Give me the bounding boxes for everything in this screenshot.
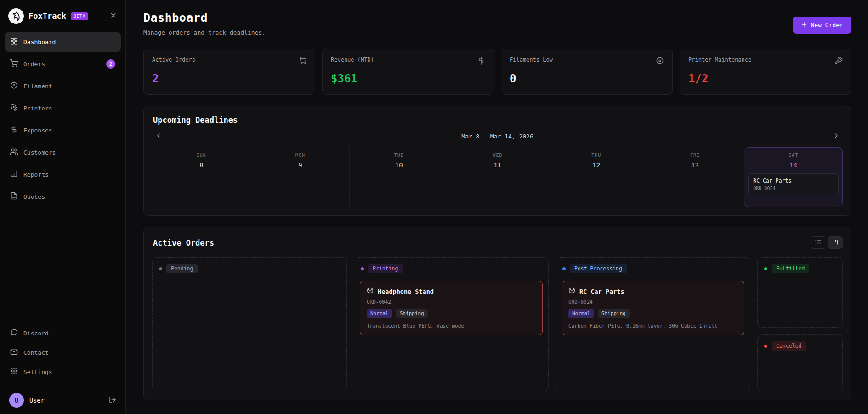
stat-value: $361 <box>331 72 485 85</box>
avatar: U <box>9 393 24 408</box>
kanban-view-icon <box>832 239 839 247</box>
plus-icon <box>801 21 807 29</box>
sidebar-item-orders[interactable]: Orders 2 <box>5 54 121 74</box>
day-of-week: THU <box>547 153 646 158</box>
stat-value: 2 <box>152 72 306 85</box>
cart-icon <box>10 59 18 69</box>
sidebar-item-expenses[interactable]: Expenses <box>5 121 121 140</box>
bar-chart-icon <box>10 170 18 179</box>
active-orders-header: Active Orders <box>152 236 843 249</box>
sidebar-item-printers[interactable]: Printers <box>5 98 121 118</box>
sidebar-close-button[interactable] <box>109 12 117 21</box>
order-title: RC Car Parts <box>579 288 624 295</box>
kanban-column-stack: Fulfilled Canceled <box>757 257 843 391</box>
sidebar-item-label: Printers <box>23 105 52 112</box>
sidebar-item-settings[interactable]: Settings <box>5 362 121 381</box>
sidebar-item-label: Dashboard <box>23 39 56 46</box>
sidebar-header: FoxTrack BETA <box>5 6 121 32</box>
prev-week-button[interactable] <box>155 132 162 141</box>
sidebar-item-filament[interactable]: Filament <box>5 76 121 96</box>
stat-value: 0 <box>510 72 664 85</box>
priority-badge: Normal <box>568 309 594 318</box>
user-name: User <box>29 397 45 404</box>
page-header: Dashboard Manage orders and track deadli… <box>143 11 851 36</box>
kanban-column-canceled: Canceled <box>757 334 843 391</box>
users-icon <box>10 148 18 157</box>
stat-label: Revenue (MTD) <box>331 57 374 63</box>
logout-button[interactable] <box>109 396 116 405</box>
sidebar: FoxTrack BETA Dashboard Orders 2 Filamen… <box>0 0 126 414</box>
next-week-button[interactable] <box>833 132 840 141</box>
column-status-canceled: Canceled <box>763 340 837 351</box>
status-dot <box>361 267 364 270</box>
kanban-column-post-processing: Post-Processing RC Car Parts ORD-0024 No… <box>556 257 750 391</box>
order-card-headphone-stand[interactable]: Headphone Stand ORD-0042 Normal Shipping… <box>360 281 543 335</box>
kanban-view-button[interactable] <box>828 236 843 249</box>
deadlines-title: Upcoming Deadlines <box>152 115 843 125</box>
day-number: 9 <box>251 161 350 169</box>
sidebar-item-label: Contact <box>23 349 49 356</box>
day-number: 8 <box>152 161 251 169</box>
foxtrack-logo <box>8 8 24 24</box>
sidebar-item-quotes[interactable]: Quotes <box>5 187 121 206</box>
filament-spool-icon <box>10 81 18 91</box>
sidebar-item-label: Expenses <box>23 127 52 134</box>
day-of-week: SUN <box>152 153 251 158</box>
sidebar-item-customers[interactable]: Customers <box>5 143 121 162</box>
sidebar-footer-nav: Discord Contact Settings U User <box>5 323 121 414</box>
upcoming-deadlines-panel: Upcoming Deadlines Mar 8 – Mar 14, 2026 … <box>143 106 851 216</box>
stat-card-filaments-low: Filaments Low 0 <box>501 49 673 95</box>
sidebar-item-label: Quotes <box>23 193 45 200</box>
order-title: Headphone Stand <box>378 288 434 295</box>
file-text-icon <box>10 192 18 201</box>
chevron-left-icon <box>155 132 162 141</box>
day-of-week: MON <box>251 153 350 158</box>
beta-badge: BETA <box>71 12 88 20</box>
sidebar-item-label: Discord <box>23 330 49 337</box>
status-pill: Printing <box>368 264 403 273</box>
day-number: 13 <box>646 161 744 169</box>
sidebar-item-discord[interactable]: Discord <box>5 323 121 343</box>
priority-badge: Normal <box>367 309 392 318</box>
event-title: RC Car Parts <box>753 178 834 184</box>
stat-label: Active Orders <box>152 57 195 63</box>
week-range: Mar 8 – Mar 14, 2026 <box>461 133 533 140</box>
active-orders-panel: Active Orders Pending <box>143 227 851 400</box>
day-column-mon: MON 9 <box>251 147 350 207</box>
stat-label: Printer Maintenance <box>688 57 751 63</box>
list-view-button[interactable] <box>811 236 825 249</box>
dollar-icon <box>477 57 485 67</box>
day-column-thu: THU 12 <box>547 147 646 207</box>
stat-card-printer-maintenance: Printer Maintenance 1/2 <box>680 49 851 95</box>
order-description: Carbon Fiber PETG, 0.16mm layer, 30% Cub… <box>568 323 738 329</box>
deadline-event-card[interactable]: RC Car Parts ORD-0024 <box>748 173 839 195</box>
day-number: 11 <box>448 161 547 169</box>
sidebar-item-reports[interactable]: Reports <box>5 165 121 184</box>
status-dot <box>159 267 162 270</box>
week-nav: Mar 8 – Mar 14, 2026 <box>152 132 843 141</box>
status-pill: Canceled <box>772 341 806 351</box>
dashboard-grid-icon <box>10 37 18 46</box>
stat-label: Filaments Low <box>510 57 553 63</box>
column-status-post-processing: Post-Processing <box>562 263 744 274</box>
package-icon <box>367 287 374 296</box>
list-view-icon <box>815 239 822 247</box>
column-status-printing: Printing <box>360 263 543 274</box>
cart-icon <box>298 57 306 67</box>
sidebar-item-label: Filament <box>23 83 52 90</box>
sidebar-item-contact[interactable]: Contact <box>5 343 121 362</box>
main-content: Dashboard Manage orders and track deadli… <box>126 0 868 414</box>
user-row: U User <box>0 386 125 414</box>
order-card-rc-car-parts[interactable]: RC Car Parts ORD-0024 Normal Shipping Ca… <box>562 281 744 335</box>
status-dot <box>562 267 566 270</box>
view-toggles <box>811 236 843 249</box>
new-order-button[interactable]: New Order <box>793 17 851 34</box>
stat-card-active-orders: Active Orders 2 <box>143 49 315 95</box>
spool-icon <box>656 57 664 67</box>
order-description: Translucent Blue PETG, Vase mode <box>367 323 536 329</box>
status-pill: Pending <box>166 264 198 273</box>
app-title: FoxTrack <box>28 12 66 21</box>
order-id: ORD-0042 <box>367 299 536 305</box>
sidebar-item-dashboard[interactable]: Dashboard <box>5 32 121 52</box>
day-column-sun: SUN 8 <box>152 147 251 207</box>
